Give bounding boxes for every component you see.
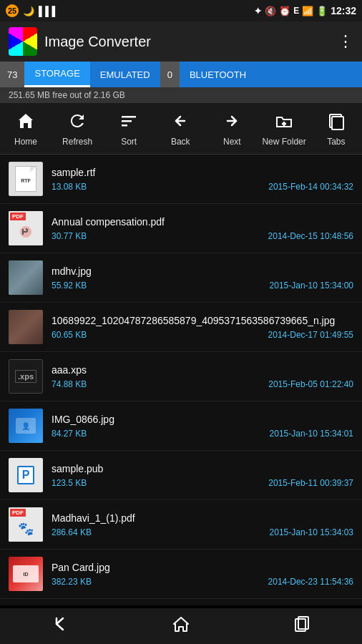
file-info: mdhv.jpg 55.92 KB 2015-Jan-10 15:34:00 bbox=[52, 265, 353, 291]
bottom-nav bbox=[0, 608, 362, 644]
status-left: 25 🌙 ▌▌▌ bbox=[6, 4, 59, 17]
tab-label-73: 73 bbox=[7, 69, 17, 80]
tab-item-73[interactable]: 73 bbox=[0, 62, 24, 87]
notification-badge: 25 bbox=[6, 4, 19, 17]
file-name: Annual compensation.pdf bbox=[52, 215, 353, 230]
file-thumbnail: PDF bbox=[9, 211, 43, 245]
file-name: 10689922_10204787286585879_4095371563586… bbox=[52, 314, 353, 328]
file-date: 2014-Dec-15 10:48:56 bbox=[268, 231, 353, 241]
overflow-menu-button[interactable]: ⋮ bbox=[338, 32, 353, 51]
file-date: 2015-Jan-10 15:34:01 bbox=[270, 429, 353, 439]
file-meta: 55.92 KB 2015-Jan-10 15:34:00 bbox=[52, 280, 353, 291]
svg-rect-1 bbox=[122, 120, 132, 122]
file-name: sample.pub bbox=[52, 462, 353, 477]
file-size: 286.64 KB bbox=[52, 527, 92, 537]
list-item[interactable]: mdhv.jpg 55.92 KB 2015-Jan-10 15:34:00 bbox=[0, 253, 362, 303]
list-item[interactable]: .xps aaa.xps 74.88 KB 2015-Feb-05 01:22:… bbox=[0, 352, 362, 401]
file-size: 382.23 KB bbox=[52, 577, 92, 587]
file-meta: 60.65 KB 2014-Dec-17 01:49:55 bbox=[52, 330, 353, 340]
file-date: 2015-Feb-14 00:34:32 bbox=[268, 182, 353, 192]
file-thumbnail: 👤 bbox=[9, 409, 43, 443]
tab-item-storage[interactable]: STORAGE bbox=[24, 62, 89, 87]
app-header-left: Image Converter bbox=[9, 27, 151, 56]
list-item[interactable]: 10689922_10204787286585879_4095371563586… bbox=[0, 303, 362, 352]
file-info: sample.pub 123.5 KB 2015-Feb-11 00:39:37 bbox=[52, 462, 353, 488]
file-name: aaa.xps bbox=[52, 364, 353, 378]
app-header: Image Converter ⋮ bbox=[0, 21, 362, 62]
file-date: 2015-Feb-05 01:22:40 bbox=[268, 379, 353, 389]
list-item[interactable]: RTF sample.rtf 13.08 KB 2015-Feb-14 00:3… bbox=[0, 155, 362, 204]
tabs-label: Tabs bbox=[327, 137, 345, 147]
file-meta: 74.88 KB 2015-Feb-05 01:22:40 bbox=[52, 379, 353, 389]
file-size: 60.65 KB bbox=[52, 330, 87, 340]
list-item[interactable]: PDF Annual compensation.pdf 30.77 KB 201… bbox=[0, 204, 362, 253]
tab-item-emulated[interactable]: EMULATED bbox=[90, 62, 160, 87]
tab-label-0: 0 bbox=[167, 69, 172, 80]
file-thumbnail bbox=[9, 310, 43, 344]
svg-rect-6 bbox=[332, 117, 343, 130]
svg-rect-2 bbox=[122, 125, 127, 127]
file-name: mdhv.jpg bbox=[52, 265, 353, 279]
tabs-button[interactable]: Tabs bbox=[315, 111, 358, 147]
file-size: 13.08 KB bbox=[52, 182, 87, 192]
file-date: 2014-Dec-17 01:49:55 bbox=[268, 330, 353, 340]
sort-button[interactable]: Sort bbox=[107, 111, 150, 147]
file-size: 74.88 KB bbox=[52, 379, 87, 389]
storage-info-text: 251.65 MB free out of 2.16 GB bbox=[9, 90, 125, 100]
file-info: Madhavi_1_(1).pdf 286.64 KB 2015-Jan-10 … bbox=[52, 512, 353, 537]
new-folder-label: New Folder bbox=[262, 137, 305, 147]
battery-icon: 🔋 bbox=[316, 6, 328, 16]
home-button[interactable]: Home bbox=[4, 111, 47, 147]
new-folder-button[interactable]: New Folder bbox=[262, 111, 305, 147]
file-info: sample.rtf 13.08 KB 2015-Feb-14 00:34:32 bbox=[52, 166, 353, 192]
tab-item-bluetooth[interactable]: BLUETOOTH bbox=[180, 62, 256, 87]
tab-item-0[interactable]: 0 bbox=[160, 62, 180, 87]
sort-icon bbox=[119, 111, 139, 134]
next-button[interactable]: Next bbox=[210, 111, 253, 147]
file-date: 2014-Dec-23 11:54:36 bbox=[268, 577, 353, 587]
toolbar: Home Refresh Sort Back bbox=[0, 103, 362, 155]
recent-nav-button[interactable] bbox=[278, 608, 326, 644]
sort-label: Sort bbox=[121, 137, 137, 147]
file-info: IMG_0866.jpg 84.27 KB 2015-Jan-10 15:34:… bbox=[52, 413, 353, 439]
list-item[interactable]: P sample.pub 123.5 KB 2015-Feb-11 00:39:… bbox=[0, 451, 362, 500]
back-icon bbox=[170, 111, 190, 134]
refresh-label: Refresh bbox=[62, 137, 92, 147]
tab-label-emulated: EMULATED bbox=[100, 69, 150, 80]
file-meta: 382.23 KB 2014-Dec-23 11:54:36 bbox=[52, 577, 353, 587]
file-thumbnail: PDF 🐾 bbox=[9, 507, 43, 542]
tab-bar: 73 STORAGE EMULATED 0 BLUETOOTH bbox=[0, 62, 362, 87]
back-nav-button[interactable] bbox=[36, 608, 84, 644]
moon-icon: 🌙 bbox=[23, 6, 34, 16]
file-meta: 30.77 KB 2014-Dec-15 10:48:56 bbox=[52, 231, 353, 241]
status-bar: 25 🌙 ▌▌▌ ✦ 🔇 ⏰ E 📶 🔋 12:32 bbox=[0, 0, 362, 21]
file-size: 123.5 KB bbox=[52, 478, 87, 488]
file-info: Annual compensation.pdf 30.77 KB 2014-De… bbox=[52, 215, 353, 241]
list-item[interactable]: 👤 IMG_0866.jpg 84.27 KB 2015-Jan-10 15:3… bbox=[0, 401, 362, 451]
storage-info: 251.65 MB free out of 2.16 GB bbox=[0, 87, 362, 103]
file-info: 10689922_10204787286585879_4095371563586… bbox=[52, 314, 353, 340]
refresh-icon bbox=[67, 111, 87, 134]
tab-label-bluetooth: BLUETOOTH bbox=[190, 69, 246, 80]
file-date: 2015-Jan-10 15:34:03 bbox=[270, 527, 353, 537]
file-meta: 123.5 KB 2015-Feb-11 00:39:37 bbox=[52, 478, 353, 488]
file-meta: 13.08 KB 2015-Feb-14 00:34:32 bbox=[52, 182, 353, 192]
home-icon bbox=[16, 111, 36, 134]
list-item[interactable]: ID Pan Card.jpg 382.23 KB 2014-Dec-23 11… bbox=[0, 550, 362, 599]
home-nav-button[interactable] bbox=[157, 608, 205, 644]
file-name: Madhavi_1_(1).pdf bbox=[52, 512, 353, 526]
refresh-button[interactable]: Refresh bbox=[56, 111, 99, 147]
back-button[interactable]: Back bbox=[159, 111, 202, 147]
app-title: Image Converter bbox=[44, 34, 151, 50]
bluetooth-icon: ✦ bbox=[254, 6, 262, 16]
file-size: 55.92 KB bbox=[52, 280, 87, 291]
tab-label-storage: STORAGE bbox=[34, 68, 79, 79]
clock: 12:32 bbox=[331, 5, 356, 16]
file-thumbnail: P bbox=[9, 458, 43, 492]
status-right: ✦ 🔇 ⏰ E 📶 🔋 12:32 bbox=[254, 5, 356, 16]
file-size: 84.27 KB bbox=[52, 429, 87, 439]
next-label: Next bbox=[223, 137, 241, 147]
list-item[interactable]: PDF 🐾 Madhavi_1_(1).pdf 286.64 KB 2015-J… bbox=[0, 500, 362, 550]
file-meta: 84.27 KB 2015-Jan-10 15:34:01 bbox=[52, 429, 353, 439]
app-logo bbox=[9, 27, 37, 56]
